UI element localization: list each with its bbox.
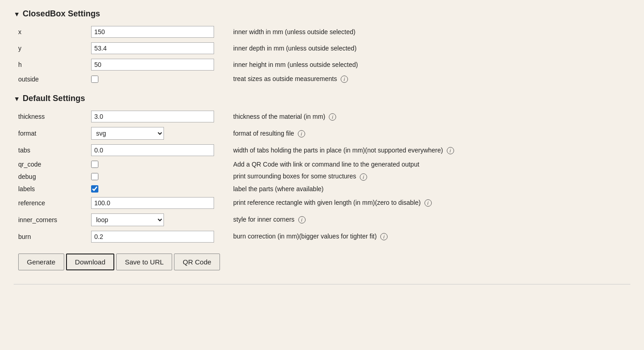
download-button[interactable]: Download [66, 254, 115, 270]
h-input-wrapper [91, 59, 228, 71]
x-input-wrapper [91, 26, 228, 38]
format-select[interactable]: svg pdf dxf ps [91, 127, 164, 140]
labels-checkbox[interactable] [91, 185, 98, 193]
qr-code-input-wrapper [91, 161, 228, 168]
tabs-description: width of tabs holding the parts in place… [228, 147, 630, 154]
qr-code-description: Add a QR Code with link or command line … [228, 161, 630, 168]
qr-code-checkbox[interactable] [91, 161, 98, 168]
default-triangle: ▼ [14, 95, 20, 102]
labels-description: label the parts (where available) [228, 185, 630, 193]
burn-label: burn [18, 233, 91, 240]
y-description: inner depth in mm (unless outside select… [228, 45, 630, 52]
format-description: format of resulting file i [228, 130, 630, 137]
tabs-input[interactable] [91, 144, 214, 156]
h-label: h [18, 61, 91, 68]
thickness-input-wrapper [91, 111, 228, 122]
inner-corners-select[interactable]: loop clip corner [91, 213, 164, 226]
closedbox-title: ClosedBox Settings [23, 9, 100, 19]
inner-corners-select-wrapper: loop clip corner [91, 213, 228, 226]
tabs-info-icon: i [447, 147, 454, 154]
format-select-wrapper: svg pdf dxf ps [91, 127, 228, 140]
default-header: ▼ Default Settings [14, 94, 630, 103]
debug-info-icon: i [360, 173, 367, 181]
debug-description: print surrounding boxes for some structu… [228, 172, 630, 180]
debug-input-wrapper [91, 173, 228, 180]
burn-info-icon: i [380, 233, 388, 240]
button-row: Generate Download Save to URL QR Code [18, 254, 630, 270]
default-grid: thickness thickness of the material (in … [18, 111, 630, 242]
tabs-label: tabs [18, 147, 91, 154]
debug-checkbox[interactable] [91, 173, 98, 180]
bottom-divider [14, 284, 630, 284]
reference-input[interactable] [91, 197, 214, 209]
outside-info-icon: i [341, 76, 348, 83]
default-title: Default Settings [23, 94, 85, 103]
debug-label: debug [18, 173, 91, 180]
reference-input-wrapper [91, 197, 228, 209]
outside-label: outside [18, 76, 91, 83]
x-input[interactable] [91, 26, 214, 38]
y-label: y [18, 45, 91, 52]
qr-code-button[interactable]: QR Code [174, 254, 220, 270]
outside-description: treat sizes as outside measurements i [228, 75, 630, 83]
burn-input[interactable] [91, 231, 214, 243]
reference-label: reference [18, 199, 91, 207]
closedbox-grid: x inner width in mm (unless outside sele… [18, 26, 630, 83]
tabs-input-wrapper [91, 144, 228, 156]
thickness-input[interactable] [91, 111, 214, 122]
closedbox-header: ▼ ClosedBox Settings [14, 9, 630, 19]
thickness-info-icon: i [329, 113, 336, 121]
closedbox-section: ▼ ClosedBox Settings x inner width in mm… [14, 9, 630, 83]
outside-input-wrapper [91, 76, 228, 83]
inner-corners-label: inner_corners [18, 216, 91, 223]
outside-checkbox[interactable] [91, 76, 98, 83]
labels-label: labels [18, 185, 91, 193]
closedbox-triangle: ▼ [14, 10, 20, 18]
x-label: x [18, 28, 91, 36]
thickness-label: thickness [18, 113, 91, 120]
x-description: inner width in mm (unless outside select… [228, 28, 630, 36]
h-input[interactable] [91, 59, 214, 71]
generate-button[interactable]: Generate [18, 254, 64, 270]
h-description: inner height in mm (unless outside selec… [228, 61, 630, 68]
reference-description: print reference rectangle with given len… [228, 199, 630, 207]
y-input[interactable] [91, 42, 214, 54]
thickness-description: thickness of the material (in mm) i [228, 113, 630, 121]
labels-input-wrapper [91, 185, 228, 193]
reference-info-icon: i [424, 199, 432, 207]
inner-corners-info-icon: i [298, 216, 306, 223]
qr-code-label: qr_code [18, 161, 91, 168]
format-info-icon: i [298, 130, 305, 137]
burn-input-wrapper [91, 231, 228, 243]
burn-description: burn correction (in mm)(bigger values fo… [228, 233, 630, 240]
format-label: format [18, 130, 91, 137]
default-section: ▼ Default Settings thickness thickness o… [14, 94, 630, 242]
save-to-url-button[interactable]: Save to URL [116, 254, 172, 270]
y-input-wrapper [91, 42, 228, 54]
inner-corners-description: style for inner corners i [228, 216, 630, 223]
